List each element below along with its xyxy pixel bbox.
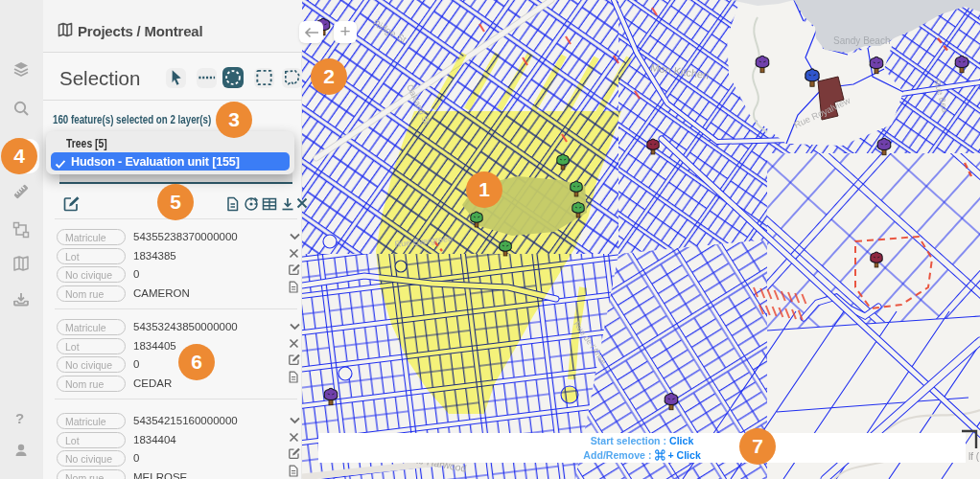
svg-text:lf (: lf ( — [968, 451, 980, 462]
svg-text:Sandy Beach: Sandy Beach — [833, 35, 891, 46]
